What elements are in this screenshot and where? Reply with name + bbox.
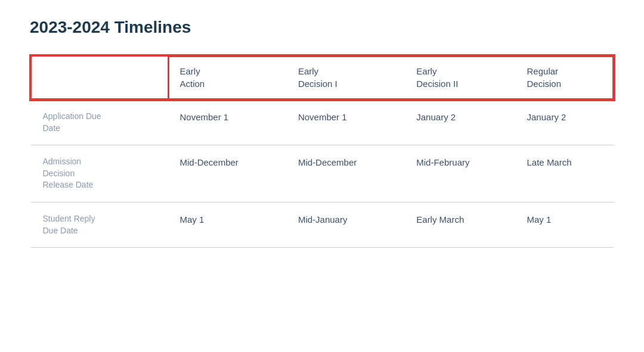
col-header-ed1-line2: Decision I xyxy=(298,79,338,89)
table-wrapper: Early Action Early Decision I Early Deci… xyxy=(30,55,614,248)
col-header-early-action-line1: Early xyxy=(180,66,200,76)
table-row: Admission Decision Release Date Mid-Dece… xyxy=(31,145,614,203)
timelines-table: Early Action Early Decision I Early Deci… xyxy=(30,55,614,248)
page-container: 2023-2024 Timelines Early Action Early D… xyxy=(30,18,614,248)
table-row: Application Due Date November 1 November… xyxy=(31,99,614,145)
row-cell-app-ed1: November 1 xyxy=(286,99,404,145)
col-header-ed2-line1: Early xyxy=(416,66,436,76)
row-cell-app-ea: November 1 xyxy=(168,99,286,145)
col-header-early-action: Early Action xyxy=(168,56,286,99)
row-label-application: Application Due Date xyxy=(31,99,168,145)
row-cell-reply-ea: May 1 xyxy=(168,202,286,247)
col-header-rd-line1: Regular xyxy=(527,66,559,76)
col-header-rd-line2: Decision xyxy=(527,79,562,89)
col-header-ed1-line1: Early xyxy=(298,66,318,76)
table-row: Student Reply Due Date May 1 Mid-January… xyxy=(31,202,614,247)
row-label-reply: Student Reply Due Date xyxy=(31,202,168,247)
row-cell-app-rd: January 2 xyxy=(515,99,614,145)
col-header-regular-decision: Regular Decision xyxy=(515,56,614,99)
row-cell-reply-rd: May 1 xyxy=(515,202,614,247)
row-cell-adm-ed1: Mid-December xyxy=(286,145,404,203)
row-cell-reply-ed1: Mid-January xyxy=(286,202,404,247)
row-cell-reply-ed2: Early March xyxy=(404,202,515,247)
row-cell-adm-ed2: Mid-February xyxy=(404,145,515,203)
col-header-ed2-line2: Decision II xyxy=(416,79,458,89)
row-label-admission: Admission Decision Release Date xyxy=(31,145,168,203)
row-cell-app-ed2: January 2 xyxy=(404,99,515,145)
table-header-row: Early Action Early Decision I Early Deci… xyxy=(31,56,614,99)
col-header-early-action-line2: Action xyxy=(180,79,205,89)
col-header-label xyxy=(31,56,168,99)
page-title: 2023-2024 Timelines xyxy=(30,18,614,37)
row-cell-adm-ea: Mid-December xyxy=(168,145,286,203)
row-cell-adm-rd: Late March xyxy=(515,145,614,203)
col-header-early-decision-1: Early Decision I xyxy=(286,56,404,99)
col-header-early-decision-2: Early Decision II xyxy=(404,56,515,99)
